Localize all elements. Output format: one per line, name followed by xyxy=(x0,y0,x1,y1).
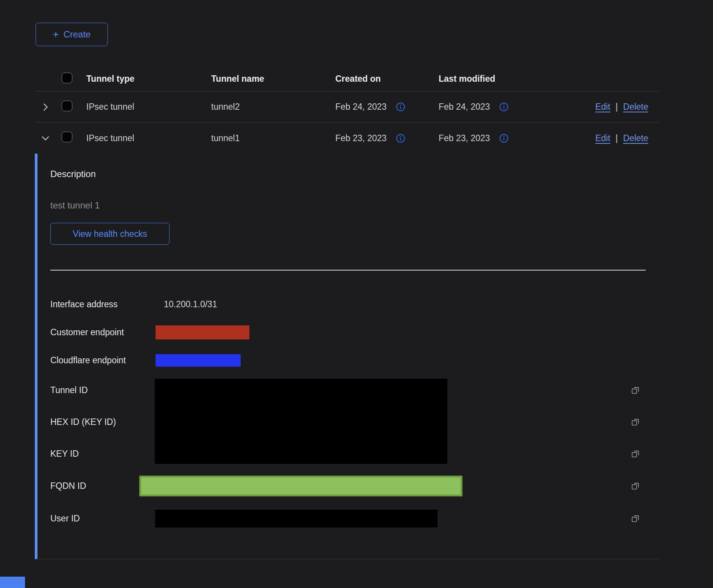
field-label: Interface address xyxy=(50,299,155,310)
col-header-last-modified: Last modified xyxy=(439,74,573,84)
field-interface-address: Interface address 10.200.1.0/31 xyxy=(50,290,659,318)
panel-divider xyxy=(50,270,646,271)
copy-icon xyxy=(630,385,640,395)
expanded-tunnel-panel: Description test tunnel 1 View health ch… xyxy=(35,154,659,559)
copy-key-id-button[interactable] xyxy=(630,449,640,459)
field-user-id: User ID xyxy=(50,502,659,535)
delete-link[interactable]: Delete xyxy=(623,102,648,112)
row-checkbox[interactable] xyxy=(62,101,72,111)
field-customer-endpoint: Customer endpoint xyxy=(50,318,659,346)
copy-icon xyxy=(630,481,640,491)
field-label: Tunnel ID xyxy=(50,374,155,406)
table-header: Tunnel type Tunnel name Created on Last … xyxy=(36,59,659,92)
copy-icon xyxy=(630,417,640,427)
plus-icon: + xyxy=(53,29,59,40)
col-header-tunnel-name: Tunnel name xyxy=(211,74,335,84)
redacted-user-id-value xyxy=(155,510,437,527)
collapse-row-button[interactable] xyxy=(40,133,51,143)
redacted-cloudflare-endpoint-value xyxy=(156,354,241,367)
field-group-ids: Tunnel ID HEX ID (KEY ID) KEY ID xyxy=(50,374,659,470)
create-button-label: Create xyxy=(64,29,91,40)
field-label: User ID xyxy=(50,513,155,524)
field-label: KEY ID xyxy=(50,438,155,470)
view-health-checks-button[interactable]: View health checks xyxy=(50,223,170,245)
field-fqdn-id: FQDN ID xyxy=(50,470,659,502)
info-icon[interactable] xyxy=(499,102,509,112)
description-value: test tunnel 1 xyxy=(50,200,659,211)
chevron-down-icon xyxy=(40,133,51,143)
created-on-cell: Feb 23, 2023 xyxy=(335,133,387,143)
tunnel-name-cell: tunnel1 xyxy=(211,133,335,143)
field-cloudflare-endpoint: Cloudflare endpoint xyxy=(50,346,659,374)
ipsec-tunnels-page: + Create Tunnel type Tunnel name Created… xyxy=(0,0,713,588)
select-all-checkbox[interactable] xyxy=(62,73,72,83)
info-icon[interactable] xyxy=(396,102,405,112)
last-modified-cell: Feb 24, 2023 xyxy=(439,102,490,112)
redacted-fqdn-id-value xyxy=(139,476,462,496)
info-icon[interactable] xyxy=(499,134,509,143)
bottom-left-accent xyxy=(0,577,25,588)
delete-link[interactable]: Delete xyxy=(623,133,648,143)
expand-row-button[interactable] xyxy=(40,102,51,112)
copy-icon xyxy=(630,449,640,459)
create-button[interactable]: + Create xyxy=(36,23,108,46)
col-header-tunnel-type: Tunnel type xyxy=(86,74,211,84)
edit-link[interactable]: Edit xyxy=(595,102,610,112)
field-label: Customer endpoint xyxy=(50,327,155,338)
tunnel-detail-fields: Interface address 10.200.1.0/31 Customer… xyxy=(50,290,659,535)
field-label: Cloudflare endpoint xyxy=(50,355,155,366)
last-modified-cell: Feb 23, 2023 xyxy=(439,133,490,143)
info-icon[interactable] xyxy=(396,134,405,143)
tunnel-name-cell: tunnel2 xyxy=(211,102,335,112)
table-row: IPsec tunnel tunnel1 Feb 23, 2023 Feb 23… xyxy=(36,123,659,154)
chevron-right-icon xyxy=(40,102,51,112)
tunnel-type-cell: IPsec tunnel xyxy=(86,102,211,112)
copy-fqdn-id-button[interactable] xyxy=(630,481,640,491)
redacted-customer-endpoint-value xyxy=(156,325,249,339)
description-label: Description xyxy=(50,169,659,179)
edit-link[interactable]: Edit xyxy=(595,133,610,143)
row-checkbox[interactable] xyxy=(62,132,72,142)
table-row: IPsec tunnel tunnel2 Feb 24, 2023 Feb 24… xyxy=(36,92,659,123)
field-label: HEX ID (KEY ID) xyxy=(50,406,155,438)
tunnel-type-cell: IPsec tunnel xyxy=(86,133,211,143)
copy-icon xyxy=(630,513,640,523)
action-separator: | xyxy=(616,102,618,112)
created-on-cell: Feb 24, 2023 xyxy=(335,102,387,112)
copy-tunnel-id-button[interactable] xyxy=(630,385,640,395)
copy-user-id-button[interactable] xyxy=(630,513,640,523)
col-header-created-on: Created on xyxy=(335,74,439,84)
action-separator: | xyxy=(616,133,618,143)
tunnels-table: Tunnel type Tunnel name Created on Last … xyxy=(36,59,659,154)
redacted-ids-value xyxy=(155,379,447,464)
interface-address-value: 10.200.1.0/31 xyxy=(155,299,217,310)
copy-hex-id-button[interactable] xyxy=(630,417,640,427)
